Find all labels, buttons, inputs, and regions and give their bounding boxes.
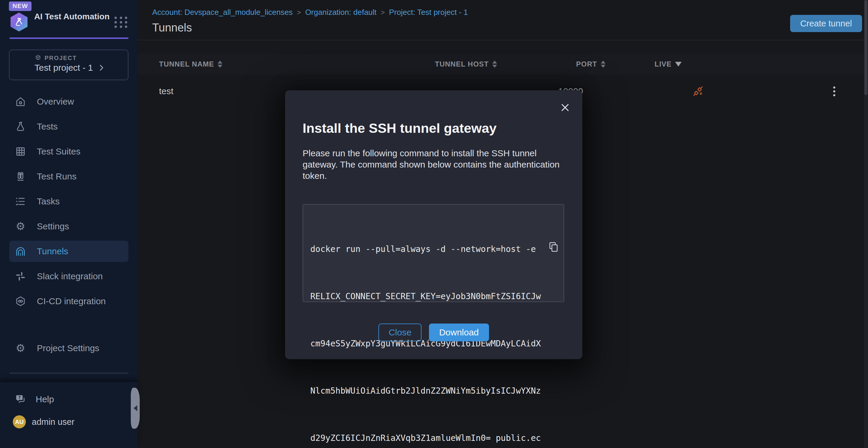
gear-icon: ⚙: [15, 221, 26, 232]
collapse-left-icon: [133, 405, 137, 411]
breadcrumb-separator: >: [381, 8, 385, 17]
sidebar-item-test-suites[interactable]: Test Suites: [9, 141, 128, 162]
app-window: NEW AI Test Automation: [0, 0, 868, 448]
breadcrumb-organization-link[interactable]: Organization: default: [305, 8, 377, 17]
sort-arrows-icon: [218, 61, 222, 68]
column-header-port[interactable]: PORT: [576, 54, 606, 74]
sidebar-item-label: Test Runs: [37, 171, 76, 182]
sidebar-footer: ? Help AU admin user: [0, 381, 137, 448]
code-line: docker run --pull=always -d --network=ho…: [310, 241, 556, 257]
project-selector[interactable]: PROJECT Test project - 1: [9, 50, 128, 80]
sidebar-item-settings[interactable]: ⚙ Settings: [9, 216, 128, 237]
install-command-codeblock: docker run --pull=always -d --network=ho…: [303, 204, 564, 302]
scrollbar-thumb[interactable]: [864, 0, 867, 95]
sidebar-item-label: Tests: [37, 122, 58, 132]
create-tunnel-button[interactable]: Create tunnel: [790, 15, 862, 32]
sidebar-menu: Overview Tests: [0, 91, 137, 316]
avatar: AU: [13, 415, 26, 428]
cicd-icon: [15, 296, 26, 307]
chevron-right-icon: [97, 64, 105, 72]
column-header-live[interactable]: LIVE: [655, 54, 682, 74]
breadcrumb-project-link[interactable]: Project: Test project - 1: [389, 8, 468, 17]
sidebar-item-tasks[interactable]: Tasks: [9, 191, 128, 212]
modal-title: Install the SSH tunnel gateway: [303, 121, 497, 136]
close-icon[interactable]: [559, 101, 571, 114]
grid-icon: [15, 146, 26, 157]
user-menu[interactable]: AU admin user: [9, 415, 128, 428]
sidebar-item-tunnels[interactable]: Tunnels: [9, 241, 128, 262]
sidebar-item-slack-integration[interactable]: Slack integration: [9, 265, 128, 287]
sidebar-item-label: Project Settings: [37, 343, 99, 353]
column-label: TUNNEL HOST: [435, 60, 489, 68]
test-runs-icon: [15, 171, 26, 182]
column-header-tunnel-name[interactable]: TUNNEL NAME: [159, 54, 222, 74]
help-button[interactable]: ? Help: [9, 389, 128, 410]
sidebar-item-tests[interactable]: Tests: [9, 116, 128, 137]
sidebar-item-label: Overview: [37, 97, 74, 107]
breadcrumb: Account: Devspace_all_module_licenses > …: [152, 8, 468, 17]
new-badge: NEW: [9, 1, 32, 11]
cube-icon: [34, 54, 42, 62]
project-label: PROJECT: [44, 55, 77, 62]
sidebar-item-label: Tasks: [37, 196, 60, 206]
copy-icon[interactable]: [548, 209, 559, 223]
sidebar-item-label: Settings: [37, 221, 69, 231]
apps-grid-icon[interactable]: [115, 17, 128, 28]
breadcrumb-separator: >: [297, 8, 301, 17]
sidebar-item-label: Slack integration: [37, 271, 103, 281]
modal-buttons: Close Download: [285, 323, 582, 341]
sidebar-item-label: Test Suites: [37, 147, 81, 157]
kebab-icon: [833, 87, 835, 96]
install-ssh-gateway-modal: Install the SSH tunnel gateway Please ru…: [285, 90, 582, 359]
vertical-scrollbar[interactable]: [864, 0, 868, 448]
close-button[interactable]: Close: [378, 323, 422, 341]
table-header: TUNNEL NAME TUNNEL HOST PORT LIVE: [137, 54, 868, 74]
tunnel-icon: [15, 246, 26, 257]
tunnel-name-cell: test: [159, 74, 173, 108]
tasks-icon: [15, 196, 26, 207]
gear-icon: ⚙: [15, 343, 26, 354]
column-header-tunnel-host[interactable]: TUNNEL HOST: [435, 54, 497, 74]
code-line: Nlcm5hbWUiOiAidGtrb2JldnZ2ZWNiYm5ibyIsIC…: [310, 383, 556, 399]
code-line: RELICX_CONNECT_SECRET_KEY=eyJob3N0bmFtZS…: [310, 288, 556, 304]
sidebar: NEW AI Test Automation: [0, 0, 137, 448]
modal-description: Please run the following command to inst…: [303, 148, 569, 182]
sort-desc-icon: [675, 62, 682, 67]
flask-icon: [15, 121, 26, 132]
code-line: d29yZCI6ICJnZnRiaXVqb3Z1amlueWlmIn0= pub…: [310, 430, 556, 446]
sidebar-item-test-runs[interactable]: Test Runs: [9, 166, 128, 187]
sort-arrows-icon: [601, 61, 606, 68]
sidebar-item-cicd-integration[interactable]: CI-CD integration: [9, 291, 128, 312]
brand: AI Test Automation: [10, 12, 129, 32]
brand-underline: [9, 37, 128, 39]
app-logo-icon: [10, 12, 28, 31]
sidebar-collapse-handle[interactable]: [131, 388, 140, 429]
sidebar-item-label: Tunnels: [37, 246, 68, 256]
page-title: Tunnels: [152, 22, 192, 34]
column-label: PORT: [576, 60, 597, 68]
sidebar-item-label: CI-CD integration: [37, 296, 106, 306]
sidebar-item-overview[interactable]: Overview: [9, 91, 128, 112]
project-name: Test project - 1: [34, 63, 93, 73]
header-divider: [137, 40, 868, 40]
app-name: AI Test Automation: [34, 11, 110, 22]
sidebar-divider: [9, 373, 128, 374]
sort-arrows-icon: [492, 61, 497, 68]
sidebar-item-project-settings[interactable]: ⚙ Project Settings: [9, 338, 128, 359]
link-broken-icon: [691, 74, 705, 108]
help-chat-icon: ?: [15, 393, 27, 405]
column-label: LIVE: [655, 60, 672, 68]
user-name: admin user: [32, 417, 74, 427]
slack-icon: [15, 270, 26, 282]
help-label: Help: [36, 394, 54, 404]
breadcrumb-account-link[interactable]: Account: Devspace_all_module_licenses: [152, 8, 293, 17]
row-actions-kebab[interactable]: [833, 74, 835, 108]
download-button[interactable]: Download: [429, 323, 489, 341]
svg-text:?: ?: [18, 395, 21, 400]
column-label: TUNNEL NAME: [159, 60, 214, 68]
home-icon: [15, 96, 26, 107]
